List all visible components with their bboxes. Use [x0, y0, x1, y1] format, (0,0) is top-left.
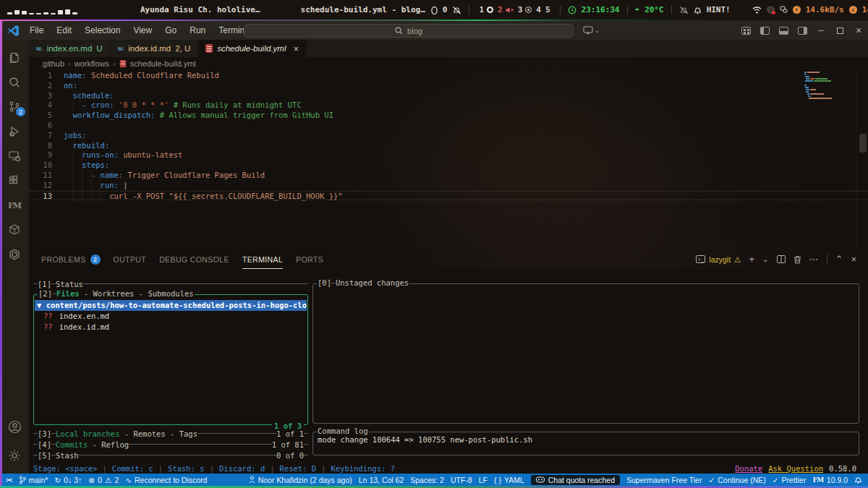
minimap[interactable]: [804, 72, 854, 100]
terminal-lazygit[interactable]: [1]Status [2]Files - Worktrees - Submodu…: [29, 269, 868, 474]
screencast-control[interactable]: ⌄: [583, 26, 600, 35]
dnd-bell-slash-icon[interactable]: [679, 6, 689, 14]
tab-index.id.md[interactable]: M↓index.id.md2, U: [111, 40, 199, 57]
lazygit-branches-panel[interactable]: [3]Local branches - Remotes - Tags1 of 1: [33, 428, 308, 439]
workspace-5[interactable]: 5: [545, 5, 550, 14]
ask-question-link[interactable]: Ask Question: [768, 464, 823, 473]
selected-file-row[interactable]: ▼ content/posts/how-to-automate-schedule…: [35, 300, 307, 311]
file-row-index.en.md[interactable]: ??index.en.md: [34, 311, 307, 322]
frontmatter-icon[interactable]: FM: [0, 193, 29, 218]
run-debug-icon[interactable]: [0, 119, 29, 144]
panel-tab-debug-console[interactable]: DEBUG CONSOLE: [159, 250, 229, 269]
language-mode[interactable]: { } YAML: [494, 476, 524, 484]
breadcrumb-item[interactable]: .github: [41, 59, 64, 68]
split-terminal-icon[interactable]: [777, 255, 786, 263]
workspace-2[interactable]: 2: [498, 5, 514, 14]
terminal-instance[interactable]: >_ lazygit ⚠: [696, 255, 741, 264]
settings-gear-icon[interactable]: [0, 443, 29, 468]
supermaven-item[interactable]: Supermaven Free Tier: [626, 476, 702, 484]
kill-terminal-icon[interactable]: [793, 255, 801, 264]
menu-file[interactable]: File: [24, 23, 49, 38]
menu-run[interactable]: Run: [184, 23, 211, 38]
code-line-4[interactable]: 4 - cron: '0 0 * * *' # Runs daily at mi…: [29, 100, 868, 111]
media-title[interactable]: Ayunda Risu Ch. hololive…: [140, 5, 260, 14]
menu-view[interactable]: View: [127, 23, 158, 38]
lazygit-unstaged-panel[interactable]: [0]Unstaged changes: [312, 283, 859, 424]
remote-indicator[interactable]: ><: [6, 476, 12, 484]
code-line-3[interactable]: 3 schedule:: [29, 91, 868, 101]
frontmatter-item[interactable]: FM 10.9.0: [812, 476, 848, 484]
maximize-panel-icon[interactable]: ⌃: [835, 254, 843, 264]
git-branch-item[interactable]: main*: [19, 476, 48, 484]
close-panel-icon[interactable]: ×: [851, 254, 856, 264]
remote-explorer-icon[interactable]: [0, 144, 29, 168]
donate-link[interactable]: Donate: [735, 464, 762, 473]
code-line-1[interactable]: 1name: Scheduled Cloudflare Rebuild: [29, 71, 868, 81]
file-row-index.id.md[interactable]: ??index.id.md: [34, 322, 307, 333]
code-line-11[interactable]: 11 - name: Trigger Cloudflare Pages Buil…: [29, 171, 868, 181]
code-line-6[interactable]: 6: [29, 121, 868, 131]
toggle-sidebar-icon[interactable]: [755, 21, 774, 40]
code-line-5[interactable]: 5 workflow_dispatch: # Allows manual tri…: [29, 111, 868, 121]
breadcrumb-item[interactable]: workflows: [75, 59, 109, 68]
code-line-7[interactable]: 7jobs:: [29, 131, 868, 141]
wifi-icon[interactable]: [752, 6, 762, 14]
new-terminal-icon[interactable]: +: [749, 254, 755, 264]
restore-icon[interactable]: [830, 21, 849, 40]
lazygit-commits-panel[interactable]: [4]Commits - Reflog1 of 81: [33, 439, 308, 450]
panel-tab-problems[interactable]: PROBLEMS2: [41, 250, 101, 269]
close-icon[interactable]: ×: [849, 21, 868, 40]
workspace-1[interactable]: 1: [479, 5, 493, 14]
code-line-9[interactable]: 9 runs-on: ubuntu-latest: [29, 150, 868, 160]
tab-index.en.md[interactable]: M↓index.en.mdU: [29, 40, 111, 57]
panel-tab-ports[interactable]: PORTS: [296, 250, 323, 269]
continue-item[interactable]: ✓ Continue (NE): [708, 476, 765, 484]
git-blame-item[interactable]: Noor Khafidzin (2 days ago): [249, 476, 352, 484]
menu-go[interactable]: Go: [159, 23, 182, 38]
breadcrumb-item[interactable]: schedule-build.yml: [130, 59, 196, 68]
source-control-icon[interactable]: 2: [0, 95, 29, 119]
hint-label[interactable]: HINT!: [707, 5, 731, 14]
minimize-icon[interactable]: –: [812, 21, 830, 40]
lazygit-stash-panel[interactable]: [5]Stash0 of 0: [33, 450, 308, 461]
copilot-chat-status[interactable]: Chat quota reached: [531, 475, 620, 485]
notifications-bell-icon[interactable]: [854, 476, 862, 484]
container-icon[interactable]: [0, 218, 29, 242]
discord-item[interactable]: ∿ Reconnect to Discord: [125, 476, 207, 484]
terminal-dropdown-icon[interactable]: ⌄: [762, 256, 768, 263]
indentation[interactable]: Spaces: 2: [410, 476, 444, 484]
problems-item[interactable]: ⊗ 0 ⚠ 2: [88, 476, 119, 484]
extensions-icon[interactable]: [0, 168, 29, 193]
bell-slash-icon[interactable]: [452, 6, 461, 14]
mic-status-icon[interactable]: [767, 6, 775, 14]
menu-edit[interactable]: Edit: [51, 23, 77, 38]
code-line-8[interactable]: 8 rebuild:: [29, 141, 868, 151]
toggle-secondary-sidebar-icon[interactable]: [793, 21, 812, 40]
code-line-12[interactable]: 12 run: |: [29, 181, 868, 191]
tab-schedule-build.yml[interactable]: schedule-build.yml×: [198, 40, 307, 57]
lazygit-status-panel[interactable]: [1]Status: [33, 278, 308, 289]
cursor-position[interactable]: Ln 13, Col 62: [359, 476, 404, 484]
prettier-item[interactable]: ✓ Prettier: [773, 476, 807, 484]
code-editor[interactable]: 1name: Scheduled Cloudflare Rebuild2on:3…: [29, 69, 868, 249]
command-center[interactable]: blog: [244, 24, 574, 38]
panel-tab-output[interactable]: OUTPUT: [114, 250, 147, 269]
panel-tab-terminal[interactable]: TERMINAL: [242, 250, 283, 269]
code-line-10[interactable]: 10 steps:: [29, 160, 868, 171]
workspace-3[interactable]: 3: [518, 5, 532, 14]
encoding[interactable]: UTF-8: [451, 476, 472, 484]
hexagon-tool-icon[interactable]: [0, 242, 29, 267]
menu-selection[interactable]: Selection: [79, 23, 126, 38]
workspace-4[interactable]: 4: [536, 5, 541, 14]
explorer-icon[interactable]: [0, 46, 29, 70]
git-sync-item[interactable]: ↻ 0↓ 3↑: [54, 476, 82, 484]
account-icon[interactable]: [0, 414, 29, 439]
customize-layout-icon[interactable]: [736, 21, 755, 40]
tab-close-icon[interactable]: ×: [293, 43, 299, 54]
eol[interactable]: LF: [479, 476, 488, 484]
notification-count[interactable]: 0: [443, 5, 448, 14]
code-line-2[interactable]: 2on:: [29, 81, 868, 91]
toggle-panel-icon[interactable]: [774, 21, 793, 40]
search-icon[interactable]: [0, 70, 29, 95]
more-actions-icon[interactable]: ⋯: [809, 254, 819, 264]
